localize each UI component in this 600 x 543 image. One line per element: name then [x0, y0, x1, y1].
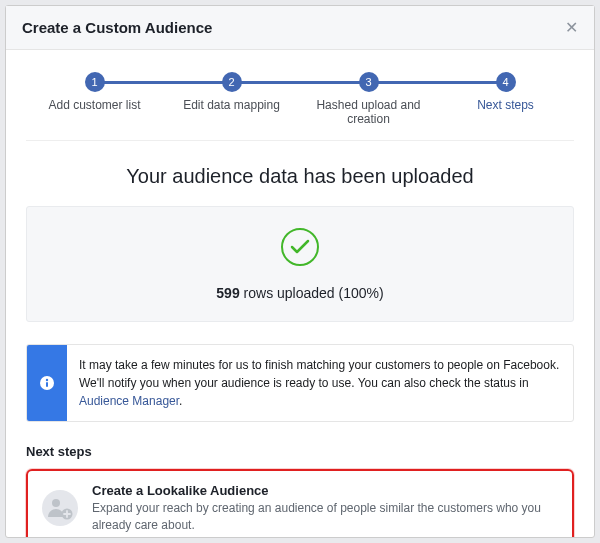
upload-status-text: 599 rows uploaded (100%): [47, 285, 553, 301]
audience-manager-link[interactable]: Audience Manager: [79, 394, 179, 408]
modal-header: Create a Custom Audience ✕: [6, 6, 594, 50]
step-dot: 3: [359, 72, 379, 92]
modal-title: Create a Custom Audience: [22, 19, 212, 36]
card-body: Create a Lookalike Audience Expand your …: [92, 483, 558, 534]
stepper-bar: [95, 81, 506, 84]
step-add-customer-list[interactable]: 1 Add customer list: [26, 72, 163, 112]
create-custom-audience-modal: Create a Custom Audience ✕ 1 Add custome…: [5, 5, 595, 538]
card-title: Create a Lookalike Audience: [92, 483, 558, 498]
step-dot: 1: [85, 72, 105, 92]
info-text: It may take a few minutes for us to fini…: [67, 345, 573, 421]
info-banner: It may take a few minutes for us to fini…: [26, 344, 574, 422]
close-icon[interactable]: ✕: [565, 18, 578, 37]
divider: [26, 140, 574, 141]
rows-count: 599: [216, 285, 239, 301]
step-label: Edit data mapping: [163, 98, 300, 112]
create-lookalike-card[interactable]: Create a Lookalike Audience Expand your …: [26, 469, 574, 537]
upload-status-box: 599 rows uploaded (100%): [26, 206, 574, 322]
step-edit-data-mapping[interactable]: 2 Edit data mapping: [163, 72, 300, 112]
svg-point-4: [42, 490, 78, 526]
step-label: Hashed upload and creation: [300, 98, 437, 126]
upload-heading: Your audience data has been uploaded: [26, 165, 574, 188]
info-before: It may take a few minutes for us to fini…: [79, 358, 559, 390]
step-dot: 4: [496, 72, 516, 92]
step-dot: 2: [222, 72, 242, 92]
svg-point-5: [52, 499, 60, 507]
stepper: 1 Add customer list 2 Edit data mapping …: [26, 72, 574, 126]
step-label: Next steps: [437, 98, 574, 112]
success-check-icon: [280, 227, 320, 267]
card-desc: Expand your reach by creating an audienc…: [92, 500, 558, 534]
step-next-steps[interactable]: 4 Next steps: [437, 72, 574, 112]
rows-suffix: rows uploaded (100%): [240, 285, 384, 301]
info-after: .: [179, 394, 182, 408]
svg-point-2: [46, 379, 48, 381]
info-icon: [27, 345, 67, 421]
step-label: Add customer list: [26, 98, 163, 112]
svg-point-0: [282, 229, 318, 265]
modal-body: 1 Add customer list 2 Edit data mapping …: [6, 50, 594, 537]
lookalike-icon: [42, 490, 78, 526]
svg-rect-3: [46, 382, 48, 387]
next-steps-heading: Next steps: [26, 444, 574, 459]
